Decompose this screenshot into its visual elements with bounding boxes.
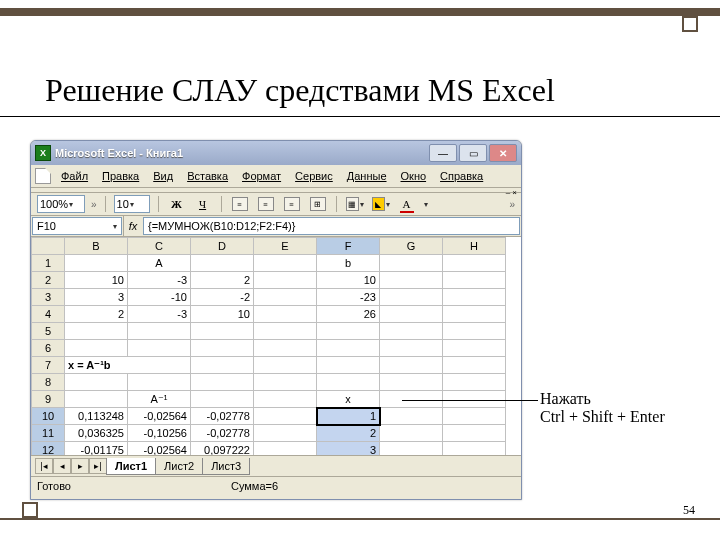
align-center-button[interactable]: ≡ — [256, 195, 276, 213]
cell[interactable]: -0,02564 — [128, 442, 191, 457]
document-icon[interactable] — [35, 168, 51, 184]
col-header[interactable]: C — [128, 238, 191, 255]
menu-edit[interactable]: Правка — [98, 170, 143, 182]
annotation-text: Нажать Ctrl + Shift + Enter — [540, 390, 665, 427]
window-title: Microsoft Excel - Книга1 — [55, 147, 425, 159]
cell[interactable]: b — [317, 255, 380, 272]
cell[interactable]: x — [317, 391, 380, 408]
cell[interactable]: -0,02564 — [128, 408, 191, 425]
cell[interactable]: -3 — [128, 306, 191, 323]
row-header[interactable]: 5 — [32, 323, 65, 340]
underline-button[interactable]: Ч — [193, 195, 213, 213]
col-header[interactable]: G — [380, 238, 443, 255]
cell[interactable]: -23 — [317, 289, 380, 306]
status-ready: Готово — [37, 480, 71, 492]
cell[interactable]: -0,10256 — [128, 425, 191, 442]
menu-insert[interactable]: Вставка — [183, 170, 232, 182]
sheet-tab[interactable]: Лист1 — [106, 458, 156, 475]
cell[interactable]: A — [128, 255, 191, 272]
col-header[interactable]: H — [443, 238, 506, 255]
status-bar: Готово Сумма=6 — [31, 477, 521, 495]
bold-button[interactable]: Ж — [167, 195, 187, 213]
menu-help[interactable]: Справка — [436, 170, 487, 182]
toolbar-expand-icon[interactable]: » — [91, 199, 97, 210]
sheet-tabs: |◂ ◂ ▸ ▸| Лист1 Лист2 Лист3 — [31, 456, 521, 477]
menu-bar: Файл Правка Вид Вставка Формат Сервис Да… — [31, 165, 521, 188]
col-header[interactable]: F — [317, 238, 380, 255]
slide-title: Решение СЛАУ средствами MS Excel — [45, 72, 555, 109]
row-header[interactable]: 9 — [32, 391, 65, 408]
menu-file[interactable]: Файл — [57, 170, 92, 182]
row-header[interactable]: 11 — [32, 425, 65, 442]
spreadsheet-grid[interactable]: B C D E F G H 1Ab 210-3210 33-10-2-23 42… — [31, 237, 521, 456]
cell[interactable]: -3 — [128, 272, 191, 289]
cell[interactable]: 3 — [317, 442, 380, 457]
row-header[interactable]: 10 — [32, 408, 65, 425]
minimize-button[interactable]: — — [429, 144, 457, 162]
cell[interactable]: -0,02778 — [191, 425, 254, 442]
cell[interactable]: 0,097222 — [191, 442, 254, 457]
col-header[interactable]: B — [65, 238, 128, 255]
menu-view[interactable]: Вид — [149, 170, 177, 182]
menu-data[interactable]: Данные — [343, 170, 391, 182]
sheet-nav-prev[interactable]: ◂ — [53, 458, 71, 474]
row-header[interactable]: 12 — [32, 442, 65, 457]
borders-button[interactable]: ▦▾ — [345, 195, 365, 213]
menu-tools[interactable]: Сервис — [291, 170, 337, 182]
cell[interactable]: 10 — [65, 272, 128, 289]
cell[interactable]: -10 — [128, 289, 191, 306]
row-header[interactable]: 3 — [32, 289, 65, 306]
excel-window: X Microsoft Excel - Книга1 — ▭ ✕ Файл Пр… — [30, 140, 522, 500]
fx-button[interactable]: fx — [123, 216, 142, 236]
cell[interactable]: -2 — [191, 289, 254, 306]
sheet-nav-next[interactable]: ▸ — [71, 458, 89, 474]
cell[interactable]: 10 — [191, 306, 254, 323]
maximize-button[interactable]: ▭ — [459, 144, 487, 162]
row-header[interactable]: 6 — [32, 340, 65, 357]
cell[interactable]: 3 — [65, 289, 128, 306]
formula-input[interactable]: {=МУМНОЖ(B10:D12;F2:F4)} — [143, 217, 520, 235]
cell[interactable]: 0,036325 — [65, 425, 128, 442]
status-sum: Сумма=6 — [231, 480, 278, 492]
col-header[interactable]: D — [191, 238, 254, 255]
sheet-nav-first[interactable]: |◂ — [35, 458, 53, 474]
row-header[interactable]: 8 — [32, 374, 65, 391]
cell[interactable]: 10 — [317, 272, 380, 289]
page-number: 54 — [683, 503, 695, 518]
row-header[interactable]: 1 — [32, 255, 65, 272]
sheet-nav-last[interactable]: ▸| — [89, 458, 107, 474]
name-box[interactable]: F10▾ — [32, 217, 122, 235]
row-header[interactable]: 2 — [32, 272, 65, 289]
align-left-button[interactable]: ≡ — [230, 195, 250, 213]
cell[interactable]: 2 — [191, 272, 254, 289]
toolbar: 100%▾ » 10▾ Ж Ч ≡ ≡ ≡ ⊞ ▦▾ ◣▾ A▾ » — [31, 193, 521, 216]
toolbar-expand-icon[interactable]: » — [509, 199, 515, 210]
cell-active[interactable]: 1 — [317, 408, 380, 425]
row-header[interactable]: 4 — [32, 306, 65, 323]
sheet-tab[interactable]: Лист3 — [202, 458, 250, 475]
sheet-tab[interactable]: Лист2 — [155, 458, 203, 475]
menu-window[interactable]: Окно — [397, 170, 431, 182]
excel-app-icon: X — [35, 145, 51, 161]
select-all-corner[interactable] — [32, 238, 65, 255]
zoom-combobox[interactable]: 100%▾ — [37, 195, 85, 213]
formula-bar: F10▾ fx {=МУМНОЖ(B10:D12;F2:F4)} — [31, 216, 521, 237]
fill-color-button[interactable]: ◣▾ — [371, 195, 391, 213]
font-color-button[interactable]: A — [397, 195, 417, 213]
align-right-button[interactable]: ≡ — [282, 195, 302, 213]
merge-center-button[interactable]: ⊞ — [308, 195, 328, 213]
cell[interactable]: -0,01175 — [65, 442, 128, 457]
font-size-combobox[interactable]: 10▾ — [114, 195, 150, 213]
cell[interactable]: x = A⁻¹b — [65, 357, 191, 374]
col-header[interactable]: E — [254, 238, 317, 255]
cell[interactable]: 2 — [65, 306, 128, 323]
cell[interactable]: 2 — [317, 425, 380, 442]
close-button[interactable]: ✕ — [489, 144, 517, 162]
cell[interactable]: A⁻¹ — [128, 391, 191, 408]
cell[interactable]: 0,113248 — [65, 408, 128, 425]
menu-format[interactable]: Формат — [238, 170, 285, 182]
cell[interactable]: -0,02778 — [191, 408, 254, 425]
window-titlebar[interactable]: X Microsoft Excel - Книга1 — ▭ ✕ — [31, 141, 521, 165]
cell[interactable]: 26 — [317, 306, 380, 323]
row-header[interactable]: 7 — [32, 357, 65, 374]
